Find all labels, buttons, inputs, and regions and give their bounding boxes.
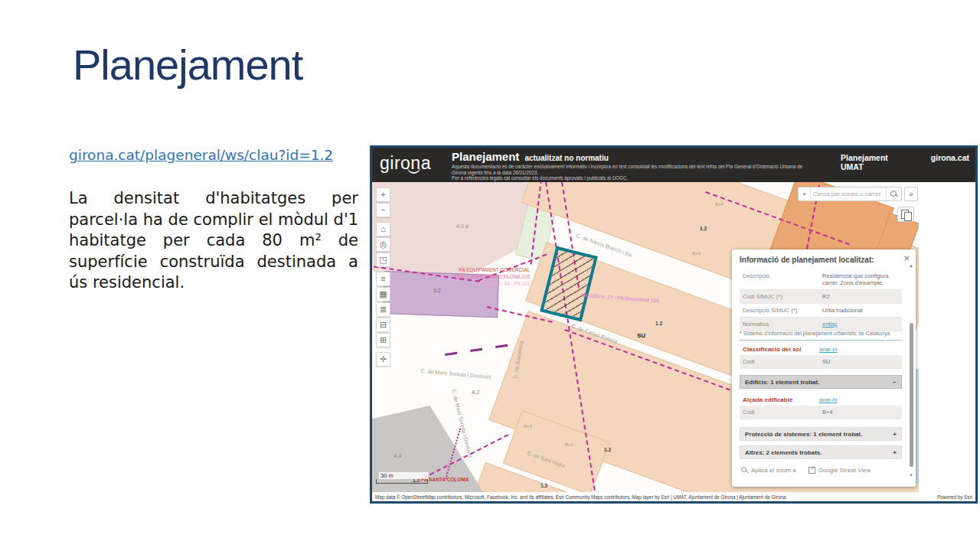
height-label: B+4 bbox=[715, 202, 724, 207]
map-attribution: Map data © OpenStreetMap contributors, M… bbox=[372, 492, 975, 501]
plan-label-equipament-block: PA EQUIPAMENT COMERCIAL PMU CARRER BARCE… bbox=[415, 266, 530, 287]
search-input[interactable] bbox=[811, 191, 886, 197]
collapsible-title: Altres: 2 elements trobats. bbox=[745, 449, 822, 456]
close-icon[interactable]: × bbox=[903, 253, 910, 264]
body-paragraph: La densitat d'habitatges per parcel·la h… bbox=[69, 188, 358, 294]
header-org-name: UMAT bbox=[841, 162, 969, 171]
section-classificacio: Classificació del sòl anar-hi bbox=[740, 343, 902, 355]
zoom-out-button[interactable]: − bbox=[376, 203, 390, 217]
collapsible-altres[interactable]: Altres: 2 elements trobats. + bbox=[740, 445, 902, 459]
attribution-text: Map data © OpenStreetMap contributors, M… bbox=[375, 494, 786, 500]
locate-button[interactable]: ◎ bbox=[376, 237, 390, 252]
basemap-button[interactable]: ▦ bbox=[376, 287, 390, 302]
panel-rows: Descripció Residencial que configura car… bbox=[740, 269, 902, 331]
density-label: 1.2 bbox=[700, 226, 707, 231]
table-row: Descripció Residencial que configura car… bbox=[740, 269, 902, 290]
plan-label: PA EQUIPAMENT COMERCIAL bbox=[415, 266, 530, 273]
app-subtitle: actualitzat no normatiu bbox=[524, 154, 608, 162]
street-view-action[interactable]: Google Street View bbox=[808, 467, 871, 474]
panel-divider bbox=[740, 340, 902, 341]
table-row: Normativa enllaç bbox=[740, 318, 902, 331]
map-right-blank bbox=[919, 182, 975, 494]
density-label: 1.2 bbox=[655, 321, 662, 326]
zone-label-su: SU bbox=[637, 332, 645, 339]
collapse-icon[interactable]: − bbox=[893, 379, 897, 386]
measure-button[interactable]: ⊞ bbox=[376, 333, 390, 347]
girona-plan-link[interactable]: girona.cat/plageneral/ws/clau?id=1.2 bbox=[69, 147, 333, 163]
scale-bar: 30 m bbox=[376, 472, 428, 484]
collapsible-title: Edificis: 1 element trobat. bbox=[745, 379, 819, 386]
print-button[interactable]: ⊟ bbox=[376, 318, 390, 332]
zoom-to-icon bbox=[741, 467, 748, 474]
row-label: Descripció bbox=[740, 269, 821, 289]
scale-bar-label: 30 m bbox=[379, 472, 428, 479]
section-alcada: Alçada edificable anar-hi bbox=[740, 393, 902, 406]
search-widget: ▾ bbox=[798, 187, 902, 201]
collapsible-proteccio[interactable]: Protecció de sistemes: 1 element trobat.… bbox=[740, 427, 902, 441]
widget-expand-button[interactable]: » bbox=[904, 187, 918, 201]
density-label: 1.2 bbox=[541, 483, 547, 488]
plan-label: PA SANTA COLOMA bbox=[421, 477, 469, 482]
expand-icon[interactable]: + bbox=[893, 449, 897, 456]
app-header-right: Planejament girona.cat UMAT bbox=[841, 153, 969, 171]
app-header-center: Planejament actualitzat no normatiu Aque… bbox=[452, 150, 819, 181]
legend-button[interactable]: ≡ bbox=[376, 272, 390, 286]
row-label: Codi bbox=[740, 355, 821, 368]
panel-title: Informació de planejament localitzat: bbox=[740, 256, 874, 264]
zone-label: 4.1.a bbox=[456, 223, 469, 229]
zoom-in-button[interactable]: + bbox=[376, 187, 390, 202]
app-title: Planejament bbox=[452, 150, 519, 163]
search-source-caret-icon[interactable]: ▾ bbox=[799, 187, 811, 201]
scroll-down-icon[interactable]: ▼ bbox=[909, 473, 913, 478]
powered-by-esri: Powered by Esri bbox=[937, 494, 972, 500]
plan-boundary-purple-bar bbox=[495, 344, 508, 348]
layers-button[interactable]: ≣ bbox=[376, 302, 390, 317]
zone-label: 3.2 bbox=[433, 288, 441, 293]
page-title: Planejament bbox=[73, 40, 302, 90]
anar-hi-link[interactable]: anar-hi bbox=[819, 396, 902, 403]
panel-footnote: * Sistema d'informació del planejament u… bbox=[740, 331, 890, 336]
panel-actions: Aplica el zoom a Google Street View bbox=[741, 467, 871, 474]
row-label: Codi SIMUC (*) bbox=[740, 290, 821, 303]
plan-label: MPGOU n. 46 - PA 103 bbox=[415, 280, 530, 287]
expand-icon[interactable]: + bbox=[893, 431, 897, 438]
pan-button[interactable]: ✛ bbox=[376, 352, 390, 367]
map-canvas[interactable]: C. de Narcís Blanch i Illa C. de Carles … bbox=[372, 182, 975, 501]
documents-button[interactable] bbox=[897, 207, 914, 222]
section-heading: Alçada edificable bbox=[740, 396, 819, 403]
search-button[interactable] bbox=[886, 187, 901, 201]
anar-hi-link[interactable]: anar-hi bbox=[819, 346, 902, 353]
density-label: 1.2 bbox=[604, 447, 611, 452]
girona-logo: girona bbox=[380, 153, 431, 174]
map-app-screenshot: girona Planejament actualitzat no normat… bbox=[370, 145, 978, 504]
collapsible-title: Protecció de sistemes: 1 element trobat. bbox=[745, 431, 862, 438]
collapsible-edificis[interactable]: Edificis: 1 element trobat. − bbox=[740, 375, 902, 389]
plan-boundary-purple-bar bbox=[445, 352, 457, 356]
apply-zoom-action[interactable]: Aplica el zoom a bbox=[741, 467, 796, 474]
table-row: Codi SU bbox=[740, 355, 902, 369]
external-link-icon bbox=[808, 467, 815, 474]
scale-bar-bracket bbox=[376, 479, 428, 484]
pages-icon bbox=[904, 212, 912, 221]
map-toolbar: + − ⌂ ◎ ◳ ≡ ▦ ≣ ⊟ ⊞ ✛ bbox=[376, 187, 391, 367]
app-header: girona Planejament actualitzat no normat… bbox=[372, 148, 975, 182]
home-button[interactable]: ⌂ bbox=[376, 222, 390, 236]
scroll-up-icon[interactable]: ▲ bbox=[909, 263, 913, 268]
zone-label: A.4 bbox=[394, 453, 402, 458]
search-icon bbox=[890, 191, 897, 197]
street-label: C. de Martí Sureda i Deulovol bbox=[420, 368, 491, 380]
row-label: Codi bbox=[740, 406, 821, 419]
table-row: Codi SIMUC (*) R2 bbox=[740, 290, 902, 304]
row-value: B+4 bbox=[821, 406, 902, 419]
header-site-name: girona.cat bbox=[931, 153, 969, 162]
slide: Planejament girona.cat/plageneral/ws/cla… bbox=[0, 0, 980, 551]
extent-button[interactable]: ◳ bbox=[376, 253, 390, 267]
table-row: Codi B+4 bbox=[740, 406, 902, 419]
panel-scrollbar[interactable] bbox=[910, 323, 913, 467]
height-label: B+3 bbox=[692, 251, 701, 256]
plan-boundary-purple-bar bbox=[470, 348, 482, 352]
app-disclaimer: Aquesta documentació és de caràcter excl… bbox=[452, 164, 810, 181]
row-label: Descripció SIMUC (*) bbox=[740, 304, 821, 317]
normativa-link[interactable]: enllaç bbox=[821, 318, 902, 331]
apply-zoom-label: Aplica el zoom a bbox=[751, 467, 796, 474]
